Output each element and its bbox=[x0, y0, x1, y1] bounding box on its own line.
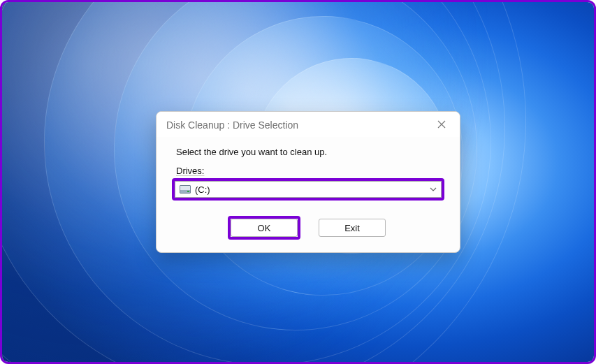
ok-button-highlight: OK bbox=[228, 216, 300, 240]
drives-dropdown-value: (C:) bbox=[195, 184, 430, 195]
exit-button-wrap: Exit bbox=[316, 216, 388, 240]
titlebar[interactable]: Disk Cleanup : Drive Selection bbox=[157, 112, 460, 137]
close-icon bbox=[437, 119, 446, 131]
disk-cleanup-dialog: Disk Cleanup : Drive Selection Select th… bbox=[156, 111, 460, 253]
drive-icon bbox=[180, 185, 191, 194]
dialog-button-row: OK Exit bbox=[157, 206, 460, 252]
drives-dropdown[interactable]: (C:) bbox=[175, 181, 442, 198]
ok-button[interactable]: OK bbox=[231, 219, 298, 237]
instruction-text: Select the drive you want to clean up. bbox=[172, 147, 444, 157]
exit-button[interactable]: Exit bbox=[319, 219, 386, 237]
dialog-body: Select the drive you want to clean up. D… bbox=[157, 137, 460, 206]
drives-label: Drives: bbox=[172, 166, 444, 176]
drives-dropdown-highlight: (C:) bbox=[172, 178, 444, 201]
close-button[interactable] bbox=[432, 117, 451, 133]
chevron-down-icon bbox=[430, 183, 437, 196]
dialog-title: Disk Cleanup : Drive Selection bbox=[166, 119, 298, 131]
